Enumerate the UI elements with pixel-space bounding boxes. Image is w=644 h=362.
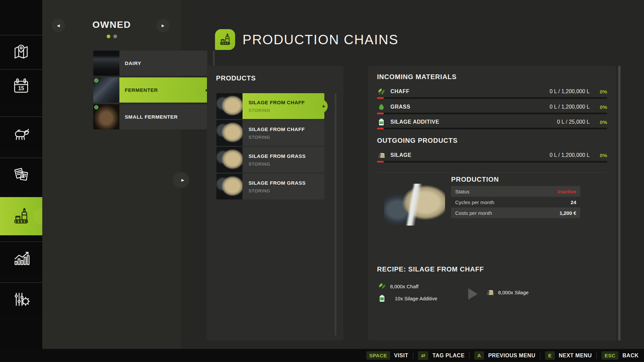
- chaff-icon: [378, 282, 386, 290]
- production-status-value: Inactive: [557, 189, 576, 194]
- material-name: SILAGE: [390, 152, 412, 158]
- pagination-dot-active[interactable]: [107, 35, 110, 38]
- owned-item-dairy[interactable]: DAIRY: [93, 51, 207, 76]
- page-title: PRODUCTION CHAINS: [243, 32, 398, 47]
- sidebar-item-map[interactable]: [0, 35, 42, 68]
- product-item-silage-from-chaff[interactable]: ▶ SILAGE FROM CHAFF STORING: [216, 93, 324, 119]
- sidebar-item-settings[interactable]: [0, 282, 42, 316]
- product-item-silage-from-chaff[interactable]: SILAGE FROM CHAFF STORING: [216, 120, 324, 146]
- product-item-silage-from-grass[interactable]: SILAGE FROM GRASS STORING: [216, 147, 324, 173]
- details-scrollbar[interactable]: [618, 66, 621, 341]
- silage-icon: [377, 151, 386, 160]
- mods-badge: [94, 105, 98, 109]
- production-row-costs: Costs per month 1,200 €: [451, 207, 580, 218]
- material-fill-percent: 0%: [590, 153, 607, 158]
- production-table: Status Inactive Cycles per month 24 Cost…: [451, 186, 580, 218]
- product-status: STORING: [249, 135, 324, 140]
- action-tag-place[interactable]: ⇄ TAG PLACE: [418, 351, 465, 360]
- settings-icon: [11, 290, 31, 309]
- production-photo: [384, 184, 445, 226]
- sidebar-item-statistics[interactable]: [0, 241, 42, 275]
- section-divider: [377, 172, 607, 173]
- calendar-icon: 15: [11, 76, 31, 96]
- owned-item-label: DAIRY: [119, 51, 207, 76]
- material-row-silage-additive[interactable]: SILAGE ADDITIVE 0 L / 25,000 L 0%: [377, 117, 607, 127]
- action-label: BACK: [623, 353, 639, 359]
- recipe-input-chaff: 8,000x Chaff: [378, 282, 419, 290]
- action-visit[interactable]: SPACE VISIT: [366, 351, 409, 360]
- owned-list: DAIRY ▶ FERMENTER SMALL FERMENTER: [93, 51, 207, 131]
- silage-thumbnail: [216, 174, 243, 199]
- recipe-input-qty: 10x Silage Additive: [395, 296, 437, 301]
- space-keycap: SPACE: [366, 351, 390, 360]
- silage-additive-icon: [377, 118, 386, 126]
- separator: [469, 352, 470, 359]
- product-title: SILAGE FROM GRASS: [249, 153, 324, 159]
- product-title: SILAGE FROM GRASS: [249, 180, 324, 186]
- action-next-menu[interactable]: E NEXT MENU: [545, 351, 592, 360]
- owned-item-fermenter[interactable]: ▶ FERMENTER: [93, 77, 207, 103]
- recipe-input-qty: 8,000x Chaff: [390, 284, 419, 289]
- e-keycap: E: [545, 351, 555, 360]
- sidebar-item-animals[interactable]: [0, 116, 42, 150]
- production-chains-icon: [11, 206, 31, 226]
- products-panel: PRODUCTS ▶ SILAGE FROM CHAFF STORING SIL…: [207, 66, 343, 341]
- action-previous-menu[interactable]: A PREVIOUS MENU: [474, 351, 535, 360]
- owned-item-small-fermenter[interactable]: SMALL FERMENTER: [93, 104, 207, 129]
- production-row-status: Status Inactive: [451, 186, 580, 197]
- small-fermenter-thumbnail: [93, 104, 119, 129]
- production-costs-value: 1,200 €: [559, 210, 576, 216]
- product-item-silage-from-grass[interactable]: SILAGE FROM GRASS STORING: [216, 174, 324, 199]
- incoming-materials-title: INCOMING MATERIALS: [377, 73, 457, 81]
- products-scrollbar[interactable]: [335, 93, 336, 336]
- material-row-silage[interactable]: SILAGE 0 L / 1,200,000 L 0%: [377, 150, 607, 160]
- contracts-icon: [11, 165, 31, 184]
- products-panel-title: PRODUCTS: [216, 74, 256, 82]
- action-label: NEXT MENU: [559, 353, 592, 359]
- production-row-label: Status: [455, 189, 470, 194]
- action-label: VISIT: [394, 353, 409, 359]
- product-status: STORING: [249, 162, 324, 167]
- material-name: SILAGE ADDITIVE: [390, 119, 439, 125]
- material-row-grass[interactable]: GRASS 0 L / 1,200,000 L 0%: [377, 102, 607, 112]
- material-fill-percent: 0%: [590, 119, 607, 125]
- material-progress-bar: [377, 97, 607, 99]
- product-title: SILAGE FROM CHAFF: [249, 126, 324, 132]
- sidebar-item-contracts[interactable]: [0, 158, 42, 191]
- material-progress-bar: [377, 128, 607, 129]
- map-icon: [11, 42, 31, 62]
- production-chains-icon: [218, 33, 232, 47]
- dairy-thumbnail: [93, 51, 119, 76]
- product-status: STORING: [249, 108, 324, 113]
- sidebar-item-production-chains[interactable]: ▶: [0, 197, 42, 235]
- recipe-input-silage-additive: 10x Silage Additive: [378, 294, 437, 302]
- material-fill-percent: 0%: [590, 104, 607, 110]
- action-back[interactable]: ESC BACK: [601, 351, 639, 360]
- svg-text:15: 15: [18, 85, 24, 91]
- owned-pagination: [42, 35, 181, 38]
- production-row-cycles: Cycles per month 24: [451, 197, 580, 207]
- material-name: CHAFF: [390, 88, 410, 95]
- esc-keycap: ESC: [601, 351, 618, 360]
- sidebar-item-calendar[interactable]: 15: [0, 69, 42, 103]
- material-name: GRASS: [390, 104, 410, 110]
- outgoing-products-title: OUTGOING PRODUCTS: [377, 137, 458, 144]
- fermenter-thumbnail: [93, 77, 119, 103]
- owned-item-label: SMALL FERMENTER: [119, 104, 207, 129]
- mods-badge: [94, 78, 98, 82]
- pagination-dot[interactable]: [113, 35, 117, 38]
- recipe-output-qty: 8,000x Silage: [498, 290, 529, 295]
- recipe-arrow-icon: [468, 288, 478, 300]
- recipe-title: RECIPE: SILAGE FROM CHAFF: [377, 265, 484, 273]
- owned-item-label: FERMENTER: [119, 77, 207, 103]
- material-fill-value: 0 L / 1,200,000 L: [549, 104, 590, 110]
- material-row-chaff[interactable]: CHAFF 0 L / 1,200,000 L 0%: [377, 86, 607, 97]
- panel-expand-arrow[interactable]: ▶: [173, 172, 189, 188]
- action-label: PREVIOUS MENU: [488, 353, 535, 359]
- product-title: SILAGE FROM CHAFF: [249, 100, 324, 105]
- material-fill-value: 0 L / 25,000 L: [557, 119, 590, 125]
- bottom-action-bar: SPACE VISIT ⇄ TAG PLACE A PREVIOUS MENU …: [0, 349, 644, 362]
- chaff-icon: [377, 87, 386, 96]
- production-cycles-value: 24: [571, 199, 576, 205]
- silage-thumbnail: [216, 120, 243, 146]
